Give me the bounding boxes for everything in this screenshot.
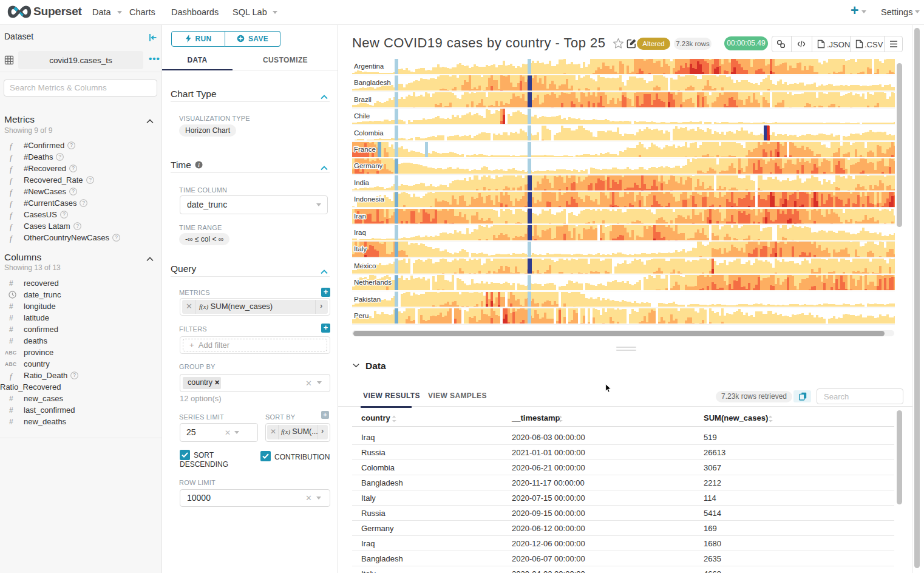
svg-text:Chile: Chile xyxy=(354,112,370,120)
svg-text:France: France xyxy=(354,146,376,153)
svg-text:?: ? xyxy=(83,200,86,206)
svg-text:Iraq: Iraq xyxy=(354,229,366,236)
svg-text:Italy: Italy xyxy=(354,245,367,253)
svg-text:?: ? xyxy=(72,188,75,194)
svg-text:Bangladesh: Bangladesh xyxy=(354,79,391,86)
svg-text:Iran: Iran xyxy=(354,212,366,220)
svg-text:Colombia: Colombia xyxy=(354,129,384,137)
svg-text:Peru: Peru xyxy=(354,312,369,319)
svg-text:?: ? xyxy=(59,154,62,160)
svg-text:Netherlands: Netherlands xyxy=(354,279,392,286)
svg-text:?: ? xyxy=(76,223,79,229)
svg-text:Indonesia: Indonesia xyxy=(354,195,384,203)
svg-text:Germany: Germany xyxy=(354,162,383,169)
svg-text:?: ? xyxy=(115,234,118,240)
svg-text:Brazil: Brazil xyxy=(354,96,372,103)
svg-text:Mexico: Mexico xyxy=(354,262,376,270)
svg-text:?: ? xyxy=(72,165,75,171)
svg-text:Argentina: Argentina xyxy=(354,63,384,70)
svg-text:?: ? xyxy=(70,142,73,148)
svg-text:Pakistan: Pakistan xyxy=(354,296,381,303)
svg-text:?: ? xyxy=(63,211,66,217)
svg-text:?: ? xyxy=(89,177,92,183)
svg-text:India: India xyxy=(354,179,370,186)
svg-text:?: ? xyxy=(73,372,76,378)
